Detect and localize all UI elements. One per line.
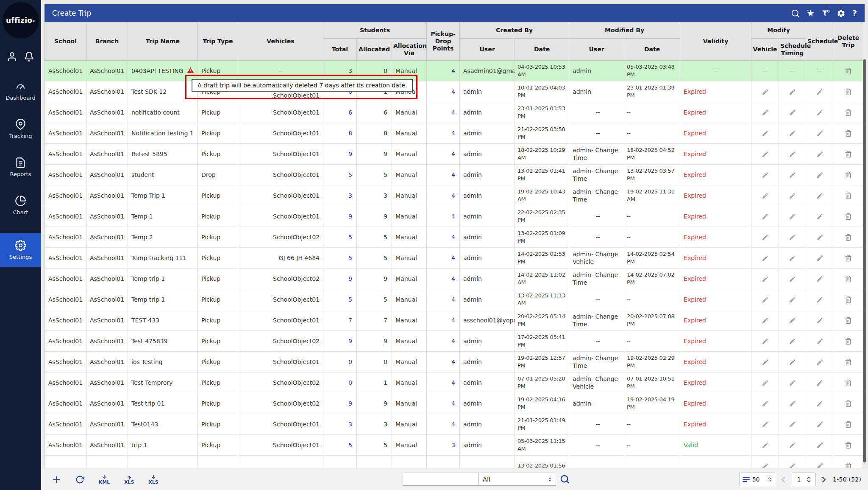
students-total-link[interactable]: 9 <box>323 269 357 289</box>
pickup-drop-points-link[interactable]: 4 <box>427 372 460 393</box>
modify-schedule-timing-button[interactable] <box>779 372 806 393</box>
students-total-link[interactable]: 6 <box>323 102 357 123</box>
students-total-link[interactable]: 5 <box>323 289 357 310</box>
modify-schedule-button[interactable] <box>806 435 834 456</box>
modify-vehicle-button[interactable] <box>751 227 779 248</box>
add-trip-button[interactable] <box>52 475 61 484</box>
modify-schedule-timing-button[interactable] <box>779 206 806 227</box>
modify-schedule-timing-button[interactable] <box>779 352 806 372</box>
modify-schedule-button[interactable] <box>806 165 834 185</box>
modify-vehicle-button[interactable] <box>751 81 779 102</box>
modify-schedule-timing-button[interactable] <box>779 102 806 123</box>
modify-schedule-button[interactable] <box>806 227 834 248</box>
modify-schedule-timing-button[interactable] <box>779 165 806 185</box>
page-size-spinner-icon[interactable] <box>767 476 773 482</box>
xls-download-button[interactable]: XLS <box>148 475 158 484</box>
modify-schedule-button[interactable] <box>806 144 834 165</box>
pickup-drop-points-link[interactable]: 4 <box>427 331 460 352</box>
modify-schedule-button[interactable] <box>806 269 834 289</box>
next-page-button[interactable] <box>820 476 828 484</box>
sidebar-item-dashboard[interactable]: Dashboard <box>0 81 41 101</box>
filter-icon[interactable] <box>821 9 830 18</box>
settings-gear-icon[interactable] <box>837 9 846 18</box>
pickup-drop-points-link[interactable]: 4 <box>427 165 460 185</box>
pickup-drop-points-link[interactable]: 4 <box>427 102 460 123</box>
delete-trip-button[interactable] <box>834 144 863 165</box>
kml-download-button[interactable]: KML <box>99 475 110 484</box>
students-total-link[interactable]: 3 <box>323 414 357 435</box>
delete-trip-button[interactable] <box>834 289 863 310</box>
modify-vehicle-button[interactable] <box>751 102 779 123</box>
delete-trip-button[interactable] <box>834 123 863 144</box>
pickup-drop-points-link[interactable]: 4 <box>427 352 460 372</box>
sidebar-item-reports[interactable]: Reports <box>0 157 41 177</box>
search-submit-button[interactable] <box>560 474 570 484</box>
students-total-link[interactable]: 3 <box>323 185 357 206</box>
delete-trip-button[interactable] <box>834 165 863 185</box>
delete-trip-button[interactable] <box>834 435 863 456</box>
modify-vehicle-button[interactable] <box>751 123 779 144</box>
delete-trip-button[interactable] <box>834 331 863 352</box>
delete-trip-button[interactable] <box>834 269 863 289</box>
refresh-button[interactable] <box>75 475 84 484</box>
pickup-drop-points-link[interactable]: 4 <box>427 269 460 289</box>
modify-schedule-timing-button[interactable] <box>779 185 806 206</box>
modify-schedule-button[interactable] <box>806 248 834 269</box>
pickup-drop-points-link[interactable]: 3 <box>427 435 460 456</box>
students-total-link[interactable]: 9 <box>323 144 357 165</box>
scrollbar-thumb[interactable] <box>863 59 866 462</box>
delete-trip-button[interactable] <box>834 310 863 331</box>
modify-vehicle-button[interactable] <box>751 310 779 331</box>
pickup-drop-points-link[interactable]: 4 <box>427 61 460 81</box>
modify-vehicle-button[interactable] <box>751 435 779 456</box>
students-total-link[interactable]: 5 <box>323 227 357 248</box>
delete-trip-button[interactable] <box>834 206 863 227</box>
modify-schedule-button[interactable] <box>806 393 834 414</box>
modify-vehicle-button[interactable] <box>751 289 779 310</box>
modify-schedule-timing-button[interactable] <box>779 81 806 102</box>
pickup-drop-points-link[interactable]: 4 <box>427 393 460 414</box>
modify-schedule-button[interactable] <box>806 81 834 102</box>
page-number-spinner-icon[interactable] <box>805 476 813 484</box>
modify-schedule-button[interactable] <box>806 289 834 310</box>
modify-vehicle-button[interactable] <box>751 185 779 206</box>
page-number-control[interactable]: 1 <box>792 473 815 486</box>
modify-schedule-timing-button[interactable] <box>779 289 806 310</box>
filter-select[interactable]: All <box>479 473 556 486</box>
students-total-link[interactable]: 7 <box>323 310 357 331</box>
modify-schedule-button[interactable] <box>806 456 834 468</box>
delete-trip-button[interactable] <box>834 372 863 393</box>
pickup-drop-points-link[interactable]: 4 <box>427 81 460 102</box>
pickup-drop-points-link[interactable]: 4 <box>427 185 460 206</box>
notifications-bell-icon[interactable] <box>24 51 34 62</box>
delete-trip-button[interactable] <box>834 352 863 372</box>
delete-trip-button[interactable] <box>834 102 863 123</box>
previous-page-button[interactable] <box>779 476 787 484</box>
modify-schedule-timing-button[interactable] <box>779 414 806 435</box>
pickup-drop-points-link[interactable]: 4 <box>427 227 460 248</box>
pickup-drop-points-link[interactable]: 4 <box>427 123 460 144</box>
delete-trip-button[interactable] <box>834 185 863 206</box>
modify-schedule-button[interactable] <box>806 331 834 352</box>
xls-upload-button[interactable]: XLS <box>124 475 134 484</box>
students-total-link[interactable]: 9 <box>323 331 357 352</box>
pickup-drop-points-link[interactable]: 4 <box>427 289 460 310</box>
draft-warning-icon[interactable] <box>187 67 194 75</box>
pickup-drop-points-link[interactable]: 4 <box>427 414 460 435</box>
delete-trip-button[interactable] <box>834 393 863 414</box>
delete-trip-button[interactable] <box>834 61 863 81</box>
search-input[interactable] <box>403 473 479 486</box>
modify-schedule-timing-button[interactable] <box>779 144 806 165</box>
delete-trip-button[interactable] <box>834 227 863 248</box>
modify-schedule-button[interactable] <box>806 123 834 144</box>
students-total-link[interactable]: 0 <box>323 372 357 393</box>
modify-vehicle-button[interactable] <box>751 414 779 435</box>
modify-schedule-timing-button[interactable] <box>779 456 806 468</box>
favorite-star-icon[interactable] <box>806 9 815 18</box>
vertical-scrollbar[interactable] <box>862 23 867 467</box>
search-icon[interactable] <box>791 9 800 18</box>
students-total-link[interactable]: 5 <box>323 248 357 269</box>
modify-vehicle-button[interactable] <box>751 352 779 372</box>
modify-schedule-button[interactable] <box>806 352 834 372</box>
modify-vehicle-button[interactable] <box>751 269 779 289</box>
